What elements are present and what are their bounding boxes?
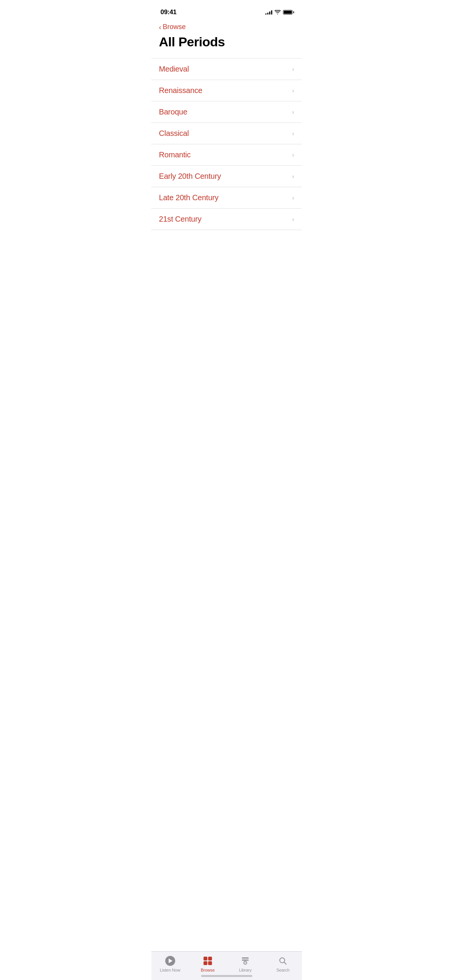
period-label: Renaissance bbox=[159, 86, 202, 95]
chevron-right-icon: › bbox=[292, 87, 294, 94]
period-item-6[interactable]: Early 20th Century› bbox=[151, 166, 302, 187]
signal-bar-4 bbox=[271, 10, 272, 15]
period-label: 21st Century bbox=[159, 215, 201, 224]
back-label: Browse bbox=[163, 23, 186, 31]
chevron-right-icon: › bbox=[292, 130, 294, 137]
period-label: Baroque bbox=[159, 108, 187, 116]
chevron-right-icon: › bbox=[292, 152, 294, 158]
period-item-2[interactable]: Renaissance› bbox=[151, 80, 302, 101]
status-time: 09:41 bbox=[160, 8, 177, 16]
period-label: Classical bbox=[159, 129, 189, 138]
status-icons bbox=[265, 10, 293, 15]
back-navigation[interactable]: ‹ Browse bbox=[151, 19, 302, 33]
signal-bar-3 bbox=[269, 11, 270, 15]
battery-icon bbox=[283, 10, 293, 15]
period-label: Early 20th Century bbox=[159, 172, 221, 181]
chevron-right-icon: › bbox=[292, 194, 294, 201]
page-title: All Periods bbox=[151, 33, 302, 58]
wifi-icon bbox=[275, 10, 281, 15]
period-item-8[interactable]: 21st Century› bbox=[151, 209, 302, 230]
period-item-5[interactable]: Romantic› bbox=[151, 144, 302, 166]
period-item-4[interactable]: Classical› bbox=[151, 123, 302, 144]
signal-bars-icon bbox=[265, 10, 272, 15]
chevron-right-icon: › bbox=[292, 173, 294, 180]
battery-fill bbox=[284, 11, 292, 14]
period-item-7[interactable]: Late 20th Century› bbox=[151, 187, 302, 209]
period-item-1[interactable]: Medieval› bbox=[151, 58, 302, 80]
period-label: Medieval bbox=[159, 65, 189, 74]
period-label: Romantic bbox=[159, 150, 191, 159]
chevron-right-icon: › bbox=[292, 66, 294, 73]
signal-bar-1 bbox=[265, 13, 267, 15]
periods-list: Medieval›Renaissance›Baroque›Classical›R… bbox=[151, 58, 302, 230]
chevron-right-icon: › bbox=[292, 109, 294, 116]
period-item-3[interactable]: Baroque› bbox=[151, 101, 302, 123]
back-chevron-icon: ‹ bbox=[159, 24, 161, 31]
status-bar: 09:41 bbox=[151, 0, 302, 19]
period-label: Late 20th Century bbox=[159, 193, 219, 202]
signal-bar-2 bbox=[267, 13, 268, 15]
chevron-right-icon: › bbox=[292, 216, 294, 223]
